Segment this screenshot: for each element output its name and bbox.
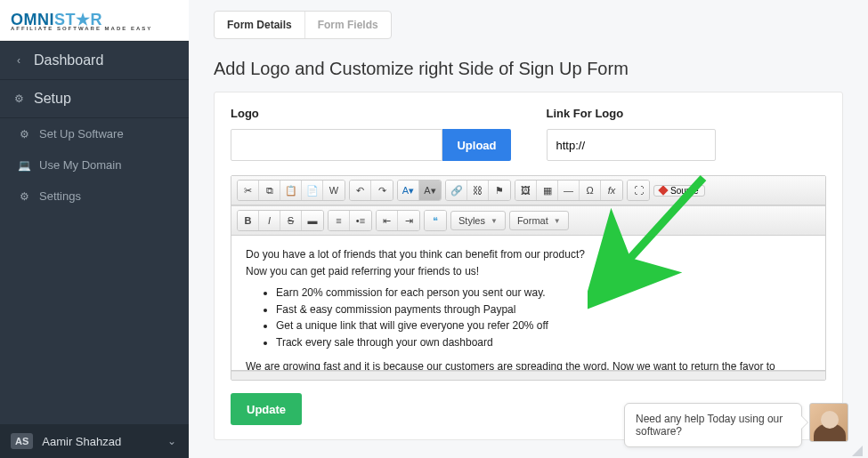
sidebar-item-setup-software[interactable]: ⚙ Set Up Software [0, 118, 189, 149]
page-title: Add Logo and Customize right Side of Sig… [214, 59, 843, 79]
bgcolor-icon[interactable]: A▾ [419, 181, 441, 200]
table-icon[interactable]: ▦ [537, 181, 558, 200]
user-initials: AS [11, 433, 33, 449]
chat-bubble: Need any help Today using our software? [624, 403, 802, 447]
bold-icon[interactable]: B [238, 211, 259, 230]
editor-toolbar-row1: ✂ ⧉ 📋 📄 W ↶ ↷ A▾ A▾ 🔗 ⛓ ⚑ [231, 176, 825, 205]
help-chat[interactable]: Need any help Today using our software? [624, 403, 848, 447]
caret-icon: ▼ [491, 217, 498, 225]
editor-body[interactable]: Do you have a lot of friends that you th… [231, 236, 825, 371]
editor-p3: We are growing fast and it is because ou… [246, 358, 811, 371]
brand-tagline: AFFILIATE SOFTWARE MADE EASY [11, 26, 152, 31]
cogs-icon: ⚙ [18, 128, 30, 141]
format-dropdown[interactable]: Format▼ [509, 211, 569, 230]
indent-icon[interactable]: ⇥ [398, 211, 419, 230]
chevron-left-icon: ‹ [12, 54, 25, 67]
editor-bullet: Earn 20% commission for each person you … [276, 285, 811, 301]
bulletlist-icon[interactable]: •≡ [350, 211, 371, 230]
hr-icon[interactable]: — [558, 181, 580, 200]
logo-input[interactable] [231, 129, 442, 161]
strike-icon[interactable]: S [280, 211, 302, 230]
sidebar-item-domain[interactable]: 💻 Use My Domain [0, 149, 189, 181]
editor-p2: Now you can get paid referring your frie… [246, 263, 811, 280]
outdent-icon[interactable]: ⇤ [377, 211, 398, 230]
paste-word-icon[interactable]: W [323, 181, 345, 200]
editor-bullet: Track every sale through your own dashbo… [276, 334, 811, 351]
monitor-icon: 💻 [18, 159, 30, 172]
copy-icon[interactable]: ⧉ [259, 181, 280, 200]
paste-text-icon[interactable]: 📄 [302, 181, 323, 200]
tab-form-details[interactable]: Form Details [215, 12, 304, 38]
upload-button[interactable]: Upload [442, 129, 510, 161]
tabs: Form Details Form Fields [214, 11, 392, 39]
numberlist-icon[interactable]: ≡ [329, 211, 350, 230]
link-icon[interactable]: 🔗 [446, 181, 467, 200]
paste-icon[interactable]: 📋 [280, 181, 302, 200]
logo-label: Logo [231, 107, 511, 120]
nav-setup[interactable]: ⚙ Setup [0, 80, 189, 118]
chevron-down-icon: ⌄ [166, 435, 178, 447]
sidebar: OMNIST★R AFFILIATE SOFTWARE MADE EASY ‹ … [0, 0, 189, 458]
form-card: Logo Upload Link For Logo ✂ ⧉ 📋 📄 W [214, 92, 843, 440]
image-icon[interactable]: 🖼 [515, 181, 537, 200]
nav-dashboard-label: Dashboard [34, 52, 103, 68]
sidebar-item-label: Use My Domain [39, 158, 121, 172]
editor-bullet: Get a unique link that will give everyon… [276, 317, 811, 334]
anchor-icon[interactable]: ⚑ [489, 181, 510, 200]
italic-icon[interactable]: I [259, 211, 280, 230]
source-diamond-icon [658, 185, 668, 195]
link-field: Link For Logo [547, 107, 827, 161]
undo-icon[interactable]: ↶ [350, 181, 371, 200]
user-menu[interactable]: AS Aamir Shahzad ⌄ [0, 424, 189, 458]
textcolor-icon[interactable]: A▾ [398, 181, 419, 200]
styles-dropdown[interactable]: Styles▼ [450, 211, 506, 230]
sliders-icon: ⚙ [12, 92, 25, 105]
nav-setup-label: Setup [34, 91, 71, 107]
sidebar-item-label: Set Up Software [39, 127, 124, 141]
cut-icon[interactable]: ✂ [238, 181, 259, 200]
rich-text-editor: ✂ ⧉ 📋 📄 W ↶ ↷ A▾ A▾ 🔗 ⛓ ⚑ [231, 175, 826, 381]
sidebar-item-label: Settings [39, 189, 81, 203]
sidebar-item-settings[interactable]: ⚙ Settings [0, 181, 189, 212]
removeformat-icon[interactable]: ▬ [302, 211, 323, 230]
maximize-icon[interactable]: ⛶ [628, 181, 649, 200]
link-label: Link For Logo [547, 107, 827, 120]
chat-corner-handle[interactable] [852, 446, 863, 456]
blockquote-icon[interactable]: ❝ [425, 211, 446, 230]
chat-avatar [809, 403, 848, 442]
link-input[interactable] [547, 129, 716, 161]
update-button[interactable]: Update [231, 393, 302, 425]
specialchar-icon[interactable]: Ω [580, 181, 601, 200]
editor-p1: Do you have a lot of friends that you th… [246, 246, 811, 263]
gear-icon: ⚙ [18, 190, 30, 203]
main-content: Form Details Form Fields Add Logo and Cu… [189, 0, 868, 458]
unlink-icon[interactable]: ⛓ [467, 181, 489, 200]
brand-logo[interactable]: OMNIST★R AFFILIATE SOFTWARE MADE EASY [0, 0, 189, 41]
caret-icon: ▼ [554, 217, 561, 225]
redo-icon[interactable]: ↷ [371, 181, 393, 200]
logo-field: Logo Upload [231, 107, 511, 161]
editor-bullet: Fast & easy commission payments through … [276, 301, 811, 318]
editor-resize-handle[interactable] [231, 371, 825, 380]
tab-form-fields[interactable]: Form Fields [304, 12, 391, 38]
user-name: Aamir Shahzad [42, 435, 121, 448]
fx-icon[interactable]: fx [601, 181, 622, 200]
source-button[interactable]: Source [653, 185, 705, 197]
editor-toolbar-row2: B I S ▬ ≡ •≡ ⇤ ⇥ ❝ Styles▼ [231, 205, 825, 236]
nav-dashboard[interactable]: ‹ Dashboard [0, 41, 189, 80]
